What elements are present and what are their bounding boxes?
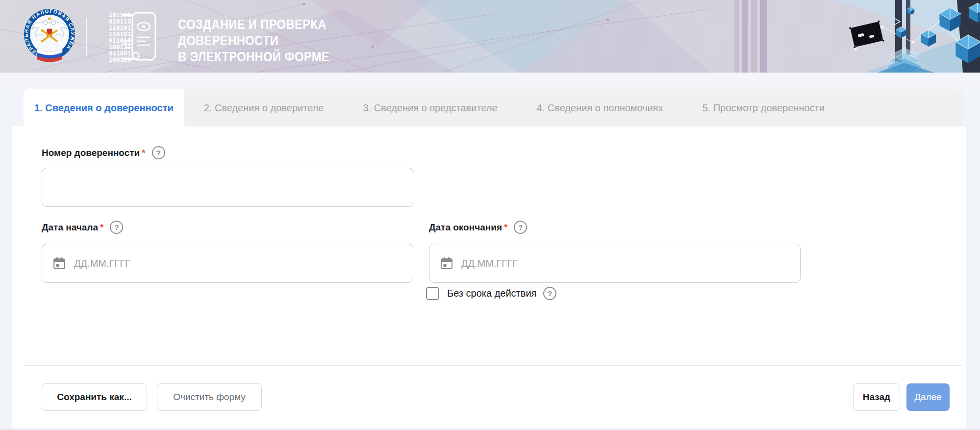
tab-representative-info[interactable]: 3. Сведения о представителе <box>343 89 517 126</box>
required-asterisk: * <box>142 148 145 158</box>
start-date-input[interactable] <box>73 257 402 270</box>
tab-preview[interactable]: 5. Просмотр доверенности <box>683 89 844 126</box>
end-date-label: Дата окончания <box>429 222 502 233</box>
number-input[interactable] <box>42 168 413 207</box>
no-expiry-checkbox[interactable] <box>426 287 439 300</box>
document-eye-icon <box>121 12 158 63</box>
black-card-decoration <box>849 20 884 48</box>
header-title-line: ДОВЕРЕННОСТИ <box>178 33 329 49</box>
required-asterisk: * <box>100 222 103 233</box>
save-as-button[interactable]: Сохранить как... <box>42 383 147 411</box>
header-divider <box>86 18 87 56</box>
fns-logo[interactable]: ФЕДЕРАЛЬНАЯ НАЛОГОВАЯ СЛУЖБА <box>20 5 79 69</box>
end-date-input[interactable] <box>460 257 789 270</box>
header-title-line: СОЗДАНИЕ И ПРОВЕРКА <box>178 17 329 33</box>
header-banner: ФЕДЕРАЛЬНАЯ НАЛОГОВАЯ СЛУЖБА <box>0 0 980 73</box>
tab-principal-info[interactable]: 2. Сведения о доверителе <box>184 89 344 126</box>
page: ФЕДЕРАЛЬНАЯ НАЛОГОВАЯ СЛУЖБА <box>0 0 980 430</box>
required-asterisk: * <box>504 222 507 233</box>
start-date-label-row: Дата начала* ? <box>42 221 123 234</box>
start-date-label: Дата начала <box>42 222 98 233</box>
help-icon[interactable]: ? <box>514 221 527 234</box>
tab-power-of-attorney-info[interactable]: 1. Сведения о доверенности <box>24 89 184 126</box>
content-panel: Номер доверенности* ? Дата начала* ? Дат… <box>12 126 966 429</box>
header-title-line: В ЭЛЕКТРОННОЙ ФОРМЕ <box>178 49 329 65</box>
end-date-label-row: Дата окончания* ? <box>429 221 527 234</box>
next-button[interactable]: Далее <box>906 383 950 411</box>
number-label: Номер доверенности <box>42 148 140 158</box>
no-expiry-row: Без срока действия ? <box>426 287 556 300</box>
footer-divider <box>24 365 962 366</box>
calendar-icon <box>53 257 66 270</box>
help-icon[interactable]: ? <box>110 221 123 234</box>
clear-form-button[interactable]: Очистить форму <box>157 383 262 411</box>
no-expiry-label: Без срока действия <box>447 288 536 299</box>
tab-bar: 1. Сведения о доверенности 2. Сведения о… <box>24 89 963 126</box>
back-button[interactable]: Назад <box>853 383 900 411</box>
tab-bar-filler <box>844 89 963 126</box>
end-date-field[interactable] <box>429 244 801 283</box>
start-date-field[interactable] <box>42 244 413 283</box>
header-gap-band <box>0 73 980 89</box>
help-icon[interactable]: ? <box>543 287 556 300</box>
calendar-icon <box>440 257 453 270</box>
help-icon[interactable]: ? <box>152 146 165 159</box>
number-label-row: Номер доверенности* ? <box>42 146 165 159</box>
header-title: СОЗДАНИЕ И ПРОВЕРКА ДОВЕРЕННОСТИ В ЭЛЕКТ… <box>178 17 329 65</box>
tab-authority-info[interactable]: 4. Сведения о полномочиях <box>517 89 683 126</box>
